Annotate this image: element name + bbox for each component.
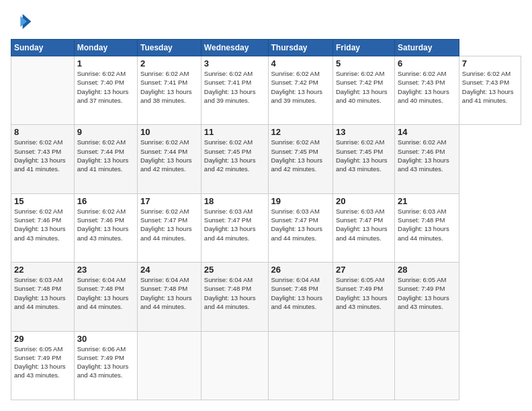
day-number: 17 [140,196,198,206]
day-number: 3 [204,58,265,68]
day-info: Sunrise: 6:03 AM Sunset: 7:47 PM Dayligh… [204,207,265,242]
calendar-cell [268,331,332,400]
day-info: Sunrise: 6:02 AM Sunset: 7:46 PM Dayligh… [77,207,134,242]
day-info: Sunrise: 6:06 AM Sunset: 7:49 PM Dayligh… [77,345,134,380]
day-info: Sunrise: 6:03 AM Sunset: 7:48 PM Dayligh… [14,275,71,311]
calendar-cell [11,56,75,125]
day-number: 26 [271,265,330,275]
weekday-header-row: SundayMondayTuesdayWednesdayThursdayFrid… [11,40,521,56]
day-info: Sunrise: 6:03 AM Sunset: 7:47 PM Dayligh… [336,207,392,242]
day-info: Sunrise: 6:02 AM Sunset: 7:40 PM Dayligh… [77,69,134,105]
calendar-cell: 4Sunrise: 6:02 AM Sunset: 7:42 PM Daylig… [268,56,332,125]
day-info: Sunrise: 6:05 AM Sunset: 7:49 PM Dayligh… [398,275,456,311]
day-info: Sunrise: 6:04 AM Sunset: 7:48 PM Dayligh… [271,275,330,311]
calendar-week-row: 1Sunrise: 6:02 AM Sunset: 7:40 PM Daylig… [11,56,521,125]
day-number: 24 [140,265,198,275]
weekday-header-thursday: Thursday [268,40,332,56]
calendar-cell: 8Sunrise: 6:02 AM Sunset: 7:43 PM Daylig… [11,125,75,193]
logo [11,11,35,32]
day-number: 19 [271,196,330,206]
day-info: Sunrise: 6:04 AM Sunset: 7:48 PM Dayligh… [204,275,265,311]
calendar-cell: 1Sunrise: 6:02 AM Sunset: 7:40 PM Daylig… [74,56,137,125]
calendar-cell: 26Sunrise: 6:04 AM Sunset: 7:48 PM Dayli… [268,263,332,331]
day-number: 14 [398,127,456,137]
calendar-cell: 27Sunrise: 6:05 AM Sunset: 7:49 PM Dayli… [332,263,394,331]
day-info: Sunrise: 6:03 AM Sunset: 7:47 PM Dayligh… [271,207,330,242]
day-info: Sunrise: 6:02 AM Sunset: 7:41 PM Dayligh… [140,69,198,105]
day-number: 12 [271,127,330,137]
weekday-header-monday: Monday [74,40,137,56]
day-number: 7 [462,58,518,68]
calendar-cell: 5Sunrise: 6:02 AM Sunset: 7:42 PM Daylig… [332,56,394,125]
calendar-cell: 3Sunrise: 6:02 AM Sunset: 7:41 PM Daylig… [201,56,268,125]
calendar-cell: 2Sunrise: 6:02 AM Sunset: 7:41 PM Daylig… [137,56,201,125]
logo-icon [11,11,32,32]
calendar-cell: 7Sunrise: 6:02 AM Sunset: 7:43 PM Daylig… [459,56,521,125]
calendar-cell: 14Sunrise: 6:02 AM Sunset: 7:46 PM Dayli… [395,125,459,193]
calendar-cell: 23Sunrise: 6:04 AM Sunset: 7:48 PM Dayli… [74,263,137,331]
day-info: Sunrise: 6:02 AM Sunset: 7:45 PM Dayligh… [336,138,392,173]
weekday-header-friday: Friday [332,40,394,56]
day-info: Sunrise: 6:02 AM Sunset: 7:43 PM Dayligh… [462,69,518,105]
day-number: 16 [77,196,134,206]
day-number: 22 [14,265,71,275]
day-number: 11 [204,127,265,137]
day-number: 10 [140,127,198,137]
calendar-cell: 6Sunrise: 6:02 AM Sunset: 7:43 PM Daylig… [395,56,459,125]
day-info: Sunrise: 6:02 AM Sunset: 7:42 PM Dayligh… [336,69,392,105]
calendar-cell: 21Sunrise: 6:03 AM Sunset: 7:48 PM Dayli… [395,193,459,262]
calendar-cell: 12Sunrise: 6:02 AM Sunset: 7:45 PM Dayli… [268,125,332,193]
calendar-cell: 9Sunrise: 6:02 AM Sunset: 7:44 PM Daylig… [74,125,137,193]
day-number: 21 [398,196,456,206]
day-info: Sunrise: 6:05 AM Sunset: 7:49 PM Dayligh… [336,275,392,311]
calendar-cell: 15Sunrise: 6:02 AM Sunset: 7:46 PM Dayli… [11,193,75,262]
weekday-header-wednesday: Wednesday [201,40,268,56]
calendar-cell: 20Sunrise: 6:03 AM Sunset: 7:47 PM Dayli… [332,193,394,262]
day-number: 15 [14,196,71,206]
day-number: 28 [398,265,456,275]
day-info: Sunrise: 6:02 AM Sunset: 7:45 PM Dayligh… [271,138,330,173]
day-info: Sunrise: 6:04 AM Sunset: 7:48 PM Dayligh… [140,275,198,311]
calendar-cell [395,331,459,400]
calendar-cell: 24Sunrise: 6:04 AM Sunset: 7:48 PM Dayli… [137,263,201,331]
weekday-header-saturday: Saturday [395,40,459,56]
day-number: 5 [336,58,392,68]
day-number: 4 [271,58,330,68]
day-info: Sunrise: 6:03 AM Sunset: 7:48 PM Dayligh… [398,207,456,242]
day-info: Sunrise: 6:02 AM Sunset: 7:42 PM Dayligh… [271,69,330,105]
day-number: 1 [77,58,134,68]
calendar-cell: 30Sunrise: 6:06 AM Sunset: 7:49 PM Dayli… [74,331,137,400]
day-number: 6 [398,58,456,68]
day-info: Sunrise: 6:02 AM Sunset: 7:44 PM Dayligh… [77,138,134,173]
calendar-cell: 10Sunrise: 6:02 AM Sunset: 7:44 PM Dayli… [137,125,201,193]
calendar-cell: 28Sunrise: 6:05 AM Sunset: 7:49 PM Dayli… [395,263,459,331]
calendar-cell [332,331,394,400]
day-info: Sunrise: 6:02 AM Sunset: 7:47 PM Dayligh… [140,207,198,242]
calendar-cell: 18Sunrise: 6:03 AM Sunset: 7:47 PM Dayli… [201,193,268,262]
day-number: 20 [336,196,392,206]
calendar-cell: 11Sunrise: 6:02 AM Sunset: 7:45 PM Dayli… [201,125,268,193]
day-info: Sunrise: 6:04 AM Sunset: 7:48 PM Dayligh… [77,275,134,311]
calendar-cell: 22Sunrise: 6:03 AM Sunset: 7:48 PM Dayli… [11,263,75,331]
weekday-header-sunday: Sunday [11,40,75,56]
calendar-cell: 16Sunrise: 6:02 AM Sunset: 7:46 PM Dayli… [74,193,137,262]
day-number: 27 [336,265,392,275]
day-number: 29 [14,334,71,344]
weekday-header-tuesday: Tuesday [137,40,201,56]
calendar-cell [201,331,268,400]
day-number: 25 [204,265,265,275]
day-info: Sunrise: 6:02 AM Sunset: 7:46 PM Dayligh… [14,207,71,242]
calendar-week-row: 8Sunrise: 6:02 AM Sunset: 7:43 PM Daylig… [11,125,521,193]
day-info: Sunrise: 6:02 AM Sunset: 7:43 PM Dayligh… [14,138,71,173]
calendar-week-row: 15Sunrise: 6:02 AM Sunset: 7:46 PM Dayli… [11,193,521,262]
page-header [11,11,521,32]
calendar-cell: 17Sunrise: 6:02 AM Sunset: 7:47 PM Dayli… [137,193,201,262]
calendar-cell: 13Sunrise: 6:02 AM Sunset: 7:45 PM Dayli… [332,125,394,193]
day-number: 30 [77,334,134,344]
calendar-cell: 19Sunrise: 6:03 AM Sunset: 7:47 PM Dayli… [268,193,332,262]
calendar-cell: 25Sunrise: 6:04 AM Sunset: 7:48 PM Dayli… [201,263,268,331]
day-info: Sunrise: 6:02 AM Sunset: 7:45 PM Dayligh… [204,138,265,173]
calendar-cell [137,331,201,400]
day-info: Sunrise: 6:02 AM Sunset: 7:46 PM Dayligh… [398,138,456,173]
calendar-week-row: 22Sunrise: 6:03 AM Sunset: 7:48 PM Dayli… [11,263,521,331]
